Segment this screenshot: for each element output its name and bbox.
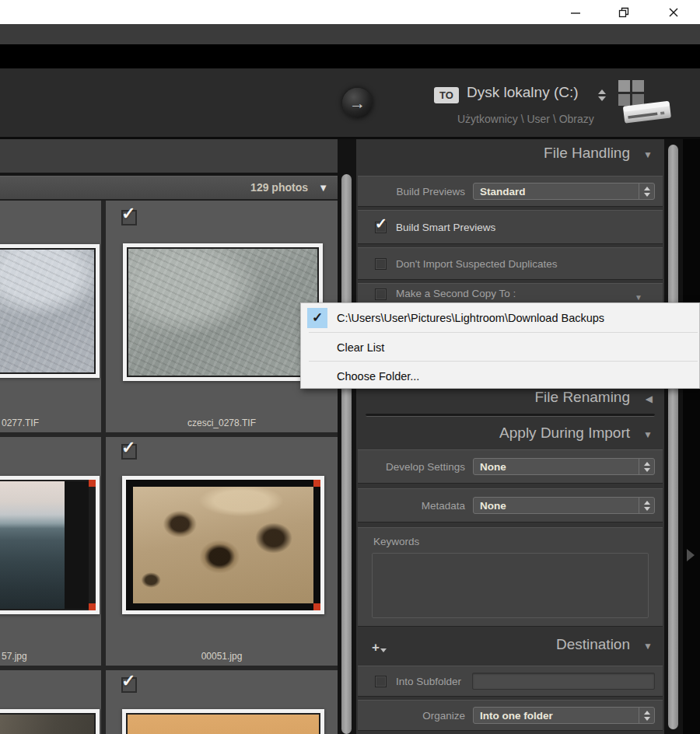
lightroom-import-window: → TO Dysk lokalny (C:) Użytkownicy \ Use… xyxy=(0,0,700,734)
check-icon: ✓ xyxy=(121,438,135,458)
into-subfolder-checkbox[interactable] xyxy=(375,676,387,687)
grid-scrollbar-thumb[interactable] xyxy=(341,174,352,734)
build-previews-dropdown[interactable]: Standard xyxy=(473,183,655,200)
into-subfolder-label: Into Subfolder xyxy=(396,676,461,687)
organize-dropdown[interactable]: Into one folder xyxy=(473,707,655,724)
photo-count: 129 photos xyxy=(250,181,308,194)
metadata-row: Metadata None xyxy=(358,488,663,523)
build-smart-previews-row: ✓ Build Smart Previews xyxy=(358,210,663,244)
file-renaming-header[interactable]: File Renaming ◀ xyxy=(356,389,664,411)
check-icon: ✓ xyxy=(375,215,387,232)
filter-dropdown-icon[interactable]: ▼ xyxy=(318,182,328,194)
photo-filename: 57.jpg xyxy=(0,651,101,662)
black-strip xyxy=(0,44,700,68)
photo-frame xyxy=(123,243,323,381)
right-edge-strip xyxy=(683,139,700,734)
expand-down-icon: ▼ xyxy=(643,641,653,652)
photo-frame xyxy=(0,244,100,378)
develop-settings-dropdown[interactable]: None xyxy=(473,458,655,475)
metadata-dropdown[interactable]: None xyxy=(473,497,655,514)
dont-import-duplicates-row: Don't Import Suspected Duplicates xyxy=(358,247,663,280)
menu-item-label: Choose Folder... xyxy=(337,370,419,383)
import-topbar: → TO Dysk lokalny (C:) Użytkownicy \ Use… xyxy=(0,68,700,139)
destination-header[interactable]: + Destination ▼ xyxy=(356,636,664,658)
keywords-label: Keywords xyxy=(373,536,419,547)
spinner-icon xyxy=(639,498,654,513)
photo-thumbnail xyxy=(0,480,96,610)
restore-button[interactable] xyxy=(606,0,642,24)
photo-checkbox[interactable]: ✓ xyxy=(121,444,137,460)
close-button[interactable] xyxy=(656,0,691,24)
photo-checkbox[interactable]: ✓ xyxy=(121,677,137,693)
photo-thumbnail xyxy=(0,248,96,374)
file-handling-header[interactable]: File Handling ▼ xyxy=(356,145,664,166)
organize-label: Organize xyxy=(358,710,473,722)
dropdown-value: None xyxy=(480,500,506,512)
menu-item-clear-list[interactable]: Clear List xyxy=(301,333,699,362)
dont-import-duplicates-checkbox[interactable] xyxy=(375,258,387,270)
spinner-icon xyxy=(639,459,654,474)
photo-grid: 0277.TIF ✓ czesci_0278.TIF 57.jpg ✓ xyxy=(0,201,338,734)
organize-row: Organize Into one folder xyxy=(358,700,663,731)
menu-item-backup-path[interactable]: ✓ C:\Users\User\Pictures\Lightroom\Downl… xyxy=(301,303,699,332)
second-copy-checkbox[interactable] xyxy=(375,288,387,300)
workflow-arrow-button[interactable]: → xyxy=(342,88,373,118)
expand-down-icon: ▼ xyxy=(643,429,653,440)
grid-header: 129 photos ▼ xyxy=(0,176,338,201)
build-smart-previews-label: Build Smart Previews xyxy=(396,222,495,233)
destination-path: Użytkownicy \ User \ Obrazy xyxy=(457,113,594,125)
metadata-label: Metadata xyxy=(358,500,473,512)
drive-switcher-icon[interactable] xyxy=(598,89,606,101)
spinner-icon xyxy=(639,708,654,723)
dropdown-value: Into one folder xyxy=(480,710,553,722)
photo-cell[interactable]: ✓ 00051.jpg xyxy=(106,437,338,666)
panel-title: File Handling xyxy=(544,145,630,162)
photo-cell[interactable] xyxy=(0,670,101,734)
grid-toolbar xyxy=(0,139,338,176)
develop-settings-label: Develop Settings xyxy=(358,461,473,473)
dropdown-value: None xyxy=(480,461,506,473)
red-corner-mark xyxy=(89,480,96,487)
photo-checkbox[interactable]: ✓ xyxy=(121,210,137,225)
photo-filename: 00051.jpg xyxy=(106,651,338,662)
photo-thumbnail xyxy=(0,713,96,734)
menu-item-label: C:\Users\User\Pictures\Lightroom\Downloa… xyxy=(337,312,604,324)
build-previews-row: Build Previews Standard xyxy=(358,176,663,207)
to-badge[interactable]: TO xyxy=(434,87,459,103)
minimize-icon xyxy=(570,7,581,18)
caret-down-icon xyxy=(380,648,387,652)
into-subfolder-row: Into Subfolder xyxy=(358,666,663,697)
photo-frame xyxy=(122,476,324,614)
dont-import-duplicates-label: Don't Import Suspected Duplicates xyxy=(396,258,557,270)
photo-cell[interactable]: 0277.TIF xyxy=(0,201,101,432)
window-titlebar xyxy=(0,0,700,24)
photo-cell[interactable]: ✓ xyxy=(106,670,338,734)
dropdown-value: Standard xyxy=(480,186,526,197)
keywords-row: Keywords xyxy=(358,527,663,627)
second-copy-label: Make a Second Copy To : xyxy=(396,288,516,299)
photo-frame xyxy=(0,709,100,734)
expand-down-icon: ▼ xyxy=(643,149,653,160)
photo-frame xyxy=(122,709,324,734)
destination-drive-name[interactable]: Dysk lokalny (C:) xyxy=(467,84,579,101)
photo-cell[interactable]: 57.jpg xyxy=(0,437,101,666)
check-icon: ✓ xyxy=(121,671,135,691)
keywords-textarea[interactable] xyxy=(372,553,649,618)
right-panel: File Handling ▼ Build Previews Standard … xyxy=(356,139,664,734)
red-corner-mark xyxy=(313,480,320,487)
spinner-icon xyxy=(639,184,654,199)
second-copy-dropdown-icon[interactable]: ▼ xyxy=(635,293,642,302)
panel-scrollbar-thumb[interactable] xyxy=(668,145,678,729)
hard-drive-icon xyxy=(614,78,675,126)
apply-during-import-header[interactable]: Apply During Import ▼ xyxy=(356,425,664,446)
build-smart-previews-checkbox[interactable]: ✓ xyxy=(375,222,387,233)
photo-thumbnail xyxy=(126,480,320,610)
into-subfolder-input[interactable] xyxy=(472,673,655,690)
add-destination-button[interactable]: + xyxy=(367,639,391,656)
minimize-button[interactable] xyxy=(558,0,593,24)
close-icon xyxy=(668,7,679,18)
panel-collapse-arrow[interactable] xyxy=(687,549,695,561)
app-frame-strip xyxy=(0,24,700,44)
photo-filename: czesci_0278.TIF xyxy=(106,418,338,428)
menu-item-choose-folder[interactable]: Choose Folder... xyxy=(301,362,699,390)
